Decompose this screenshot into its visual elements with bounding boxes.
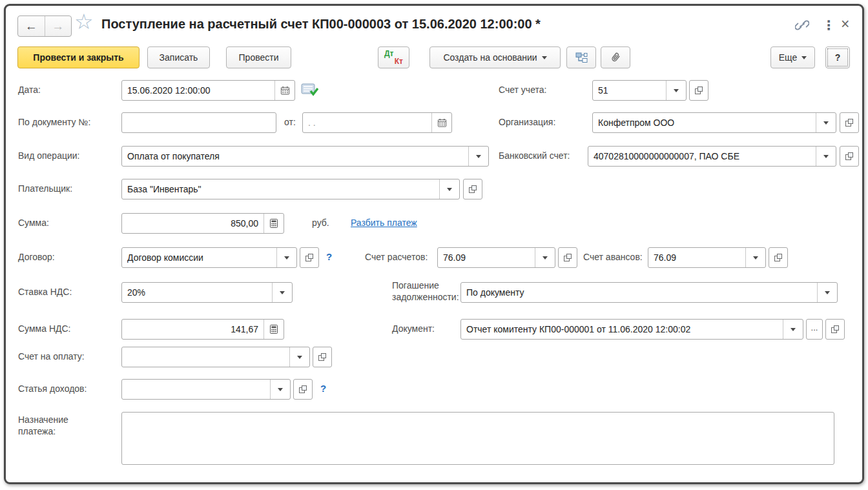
structure-icon xyxy=(575,52,588,63)
more-menu-kebab-icon[interactable]: ⋮ xyxy=(822,17,835,33)
date-field[interactable] xyxy=(121,80,295,101)
post-and-close-button[interactable]: Провести и закрыть xyxy=(17,46,140,68)
settlement-account-field[interactable] xyxy=(437,247,555,268)
by-document-from-input[interactable] xyxy=(303,113,431,132)
payment-purpose-label: Назначение платежа: xyxy=(18,414,83,437)
invoice-for-payment-dropdown-button[interactable] xyxy=(289,347,309,367)
advance-account-field[interactable] xyxy=(648,247,766,268)
date-input[interactable] xyxy=(122,81,274,100)
by-document-from-calendar-button[interactable] xyxy=(431,113,451,132)
invoice-for-payment-open-button[interactable] xyxy=(313,347,332,367)
chevron-down-icon xyxy=(278,388,283,391)
advance-account-dropdown-button[interactable] xyxy=(745,248,765,267)
forward-button[interactable]: → xyxy=(45,16,72,36)
contract-help-icon[interactable]: ? xyxy=(326,251,332,262)
operation-kind-dropdown-button[interactable] xyxy=(468,147,488,166)
document-dropdown-button[interactable] xyxy=(783,320,803,339)
invoice-for-payment-field[interactable] xyxy=(121,347,310,367)
invoice-for-payment-input[interactable] xyxy=(122,347,289,367)
get-link-button[interactable] xyxy=(795,20,809,30)
income-item-open-button[interactable] xyxy=(293,379,313,400)
payer-dropdown-button[interactable] xyxy=(439,179,459,199)
document-field[interactable] xyxy=(460,319,803,340)
organization-dropdown-button[interactable] xyxy=(816,113,836,132)
post-button[interactable]: Провести xyxy=(226,46,291,68)
advance-account-label: Счет авансов: xyxy=(583,252,643,262)
advance-account-open-button[interactable] xyxy=(769,247,788,268)
document-choose-button[interactable]: ... xyxy=(806,319,823,340)
accounting-account-input[interactable] xyxy=(593,81,666,100)
debt-repayment-input[interactable] xyxy=(461,283,817,302)
organization-open-button[interactable] xyxy=(840,112,859,133)
bank-account-open-button[interactable] xyxy=(840,146,859,167)
calendar-icon xyxy=(437,118,447,128)
settlement-account-input[interactable] xyxy=(438,248,535,267)
vat-amount-input[interactable] xyxy=(122,320,264,339)
advance-account-input[interactable] xyxy=(648,248,745,267)
payer-label: Плательщик: xyxy=(18,183,72,194)
operation-kind-input[interactable] xyxy=(122,147,468,166)
debt-repayment-field[interactable] xyxy=(460,282,838,303)
amount-label: Сумма: xyxy=(18,218,49,228)
by-document-no-field[interactable] xyxy=(121,112,276,133)
vat-amount-calculator-button[interactable] xyxy=(264,320,284,339)
page-title: Поступление на расчетный счет КП00-00000… xyxy=(101,17,541,32)
attachments-button[interactable] xyxy=(601,46,630,68)
post-and-close-label: Провести и закрыть xyxy=(33,52,123,63)
payer-input[interactable] xyxy=(122,179,439,199)
settlement-account-dropdown-button[interactable] xyxy=(535,248,555,267)
calculator-icon xyxy=(269,324,278,334)
income-item-dropdown-button[interactable] xyxy=(270,380,290,399)
amount-input[interactable] xyxy=(122,214,264,233)
arrow-right-icon: → xyxy=(52,19,64,34)
vat-amount-field[interactable] xyxy=(121,319,284,340)
amount-field[interactable] xyxy=(121,213,284,234)
split-payment-link[interactable]: Разбить платеж xyxy=(351,218,417,228)
contract-field[interactable] xyxy=(121,247,297,268)
payer-field[interactable] xyxy=(121,179,460,199)
organization-field[interactable] xyxy=(592,112,836,133)
document-open-button[interactable] xyxy=(825,319,845,340)
save-button[interactable]: Записать xyxy=(147,46,210,68)
income-item-field[interactable] xyxy=(121,379,291,400)
favorite-star-icon[interactable]: ☆ xyxy=(74,11,94,32)
amount-calculator-button[interactable] xyxy=(264,214,284,233)
close-icon[interactable]: × xyxy=(841,17,849,32)
organization-input[interactable] xyxy=(593,113,816,132)
bank-account-field[interactable] xyxy=(588,146,836,167)
operation-kind-label: Вид операции: xyxy=(18,150,80,161)
paperclip-icon xyxy=(610,52,621,63)
chevron-down-icon xyxy=(825,291,830,294)
more-actions-button[interactable]: Еще xyxy=(770,46,815,68)
bank-account-dropdown-button[interactable] xyxy=(816,147,836,166)
contract-dropdown-button[interactable] xyxy=(276,248,296,267)
back-button[interactable]: ← xyxy=(18,16,45,36)
posted-status-icon xyxy=(301,83,318,96)
chevron-down-icon xyxy=(753,256,758,260)
contract-open-button[interactable] xyxy=(300,247,319,268)
contract-input[interactable] xyxy=(122,248,276,267)
document-input[interactable] xyxy=(461,320,783,339)
document-label: Документ: xyxy=(392,323,435,334)
payment-purpose-textarea[interactable] xyxy=(121,412,834,465)
show-postings-dtkt-button[interactable]: Дт Кт xyxy=(378,46,409,68)
help-button[interactable]: ? xyxy=(825,46,850,68)
vat-rate-input[interactable] xyxy=(122,283,272,302)
operation-kind-field[interactable] xyxy=(121,146,489,167)
bank-account-input[interactable] xyxy=(588,147,816,166)
accounting-account-open-button[interactable] xyxy=(689,80,708,101)
income-item-input[interactable] xyxy=(122,380,270,399)
by-document-no-input[interactable] xyxy=(122,113,276,132)
debt-repayment-dropdown-button[interactable] xyxy=(817,283,837,302)
date-calendar-button[interactable] xyxy=(274,81,294,100)
accounting-account-dropdown-button[interactable] xyxy=(666,81,686,100)
by-document-from-field[interactable] xyxy=(302,112,452,133)
settlement-account-open-button[interactable] xyxy=(558,247,577,268)
create-based-on-button[interactable]: Создать на основании xyxy=(429,46,561,68)
vat-rate-field[interactable] xyxy=(121,282,293,303)
income-item-help-icon[interactable]: ? xyxy=(320,383,326,394)
accounting-account-field[interactable] xyxy=(592,80,687,101)
payer-open-button[interactable] xyxy=(463,179,482,199)
related-documents-button[interactable] xyxy=(566,46,596,68)
vat-rate-dropdown-button[interactable] xyxy=(272,283,292,302)
